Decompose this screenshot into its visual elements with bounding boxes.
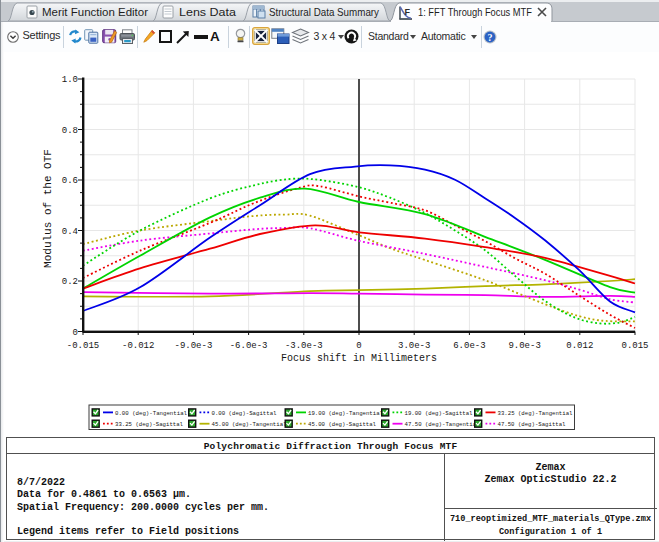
svg-text:-9.0e-3: -9.0e-3: [174, 341, 212, 351]
svg-text:3.0e-3: 3.0e-3: [398, 341, 430, 351]
svg-text:?: ?: [488, 32, 493, 43]
svg-text:-0.015: -0.015: [67, 341, 99, 351]
svg-text:0.2: 0.2: [62, 277, 78, 287]
svg-text:0.012: 0.012: [566, 341, 593, 351]
svg-text:33.25 (deg)-Tangential: 33.25 (deg)-Tangential: [498, 410, 573, 417]
svg-text:0: 0: [356, 341, 361, 351]
svg-text:Lens Data: Lens Data: [179, 6, 236, 18]
svg-text:1.0: 1.0: [62, 75, 78, 85]
svg-text:-0.012: -0.012: [122, 341, 154, 351]
svg-text:0: 0: [73, 328, 78, 338]
svg-text:0.6: 0.6: [62, 176, 78, 186]
svg-text:0.00 (deg)-Tangential: 0.00 (deg)-Tangential: [115, 410, 187, 417]
svg-text:47.50 (deg)-Sagittal: 47.50 (deg)-Sagittal: [498, 421, 566, 428]
svg-text:0.00 (deg)-Sagittal: 0.00 (deg)-Sagittal: [212, 410, 277, 417]
svg-text:F: F: [405, 7, 411, 17]
svg-text:45.00 (deg)-Sagittal: 45.00 (deg)-Sagittal: [308, 421, 376, 428]
svg-text:Focus shift in Millimeters: Focus shift in Millimeters: [281, 353, 437, 364]
svg-text:45.00 (deg)-Tangential: 45.00 (deg)-Tangential: [212, 421, 287, 428]
svg-text:1: FFT Through Focus MTF: 1: FFT Through Focus MTF: [418, 6, 532, 18]
svg-text:47.50 (deg)-Tangential: 47.50 (deg)-Tangential: [405, 421, 480, 428]
svg-text:9.0e-3: 9.0e-3: [508, 341, 540, 351]
svg-text:0.4: 0.4: [62, 227, 78, 237]
svg-text:-6.0e-3: -6.0e-3: [230, 341, 268, 351]
svg-text:Modulus of the OTF: Modulus of the OTF: [42, 149, 54, 268]
svg-text:6.0e-3: 6.0e-3: [453, 341, 485, 351]
svg-text:0.8: 0.8: [62, 126, 78, 136]
svg-text:0.015: 0.015: [621, 341, 648, 351]
svg-text:Structural Data Summary: Structural Data Summary: [269, 6, 380, 18]
svg-text:33.25 (deg)-Sagittal: 33.25 (deg)-Sagittal: [115, 421, 183, 428]
svg-text:19.00 (deg)-Sagittal: 19.00 (deg)-Sagittal: [405, 410, 473, 417]
svg-text:-3.0e-3: -3.0e-3: [285, 341, 323, 351]
svg-text:Merit Function Editor: Merit Function Editor: [42, 6, 148, 18]
svg-text:19.00 (deg)-Tangential: 19.00 (deg)-Tangential: [308, 410, 383, 417]
